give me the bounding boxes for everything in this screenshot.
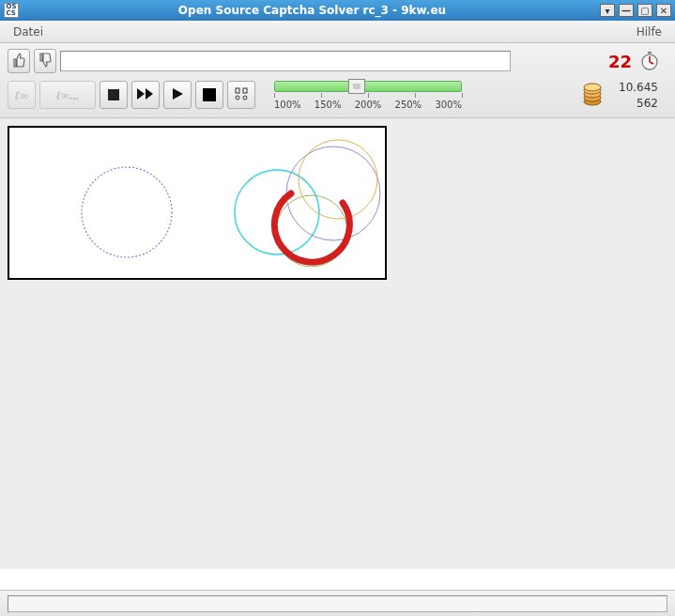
balance-value: 10.645 xyxy=(611,81,658,94)
content-area xyxy=(0,118,675,569)
zoom-slider[interactable]: 100%150%200%250%300% xyxy=(274,81,462,110)
status-text xyxy=(8,595,667,612)
menu-help[interactable]: Hilfe xyxy=(629,23,669,41)
stop-button[interactable] xyxy=(195,81,223,109)
play-button[interactable] xyxy=(163,81,192,109)
captcha-image[interactable] xyxy=(8,126,387,280)
countdown-value: 22 xyxy=(608,52,632,71)
zoom-label: 200% xyxy=(355,100,382,110)
svg-rect-3 xyxy=(648,52,652,54)
abort-button[interactable] xyxy=(100,81,128,109)
skip-all-button[interactable]: ℓ∞... xyxy=(39,81,96,109)
zoom-label: 250% xyxy=(395,100,422,110)
zoom-ticks xyxy=(274,93,462,99)
skip-all-icon: ℓ∞... xyxy=(56,89,80,101)
close-button[interactable]: ✕ xyxy=(656,4,671,17)
minimize-button[interactable]: ▾ xyxy=(600,4,615,17)
statusbar xyxy=(0,590,675,616)
maximize-button[interactable]: ▢ xyxy=(637,4,652,17)
app-icon: OSCS xyxy=(4,3,19,18)
svg-rect-5 xyxy=(243,88,247,93)
zoom-label: 300% xyxy=(435,100,462,110)
fast-forward-button[interactable] xyxy=(131,81,160,109)
zoom-labels: 100%150%200%250%300% xyxy=(274,100,462,110)
zoom-label: 150% xyxy=(314,100,342,110)
menu-file[interactable]: Datei xyxy=(6,23,51,41)
titlebar: OSCS Open Source Captcha Solver rc_3 - 9… xyxy=(0,0,675,21)
menubar: Datei Hilfe xyxy=(0,21,675,43)
skip-button[interactable]: ℓ∞ xyxy=(8,81,36,109)
svg-point-12 xyxy=(584,84,601,91)
play-icon xyxy=(171,87,184,103)
svg-point-7 xyxy=(243,96,247,100)
zoom-label: 100% xyxy=(274,100,301,110)
toolbar: 22 ℓ∞ ℓ∞... xyxy=(0,43,675,118)
restore-button[interactable]: — xyxy=(619,4,634,17)
svg-point-15 xyxy=(286,146,380,240)
window-title: Open Source Captcha Solver rc_3 - 9kw.eu xyxy=(24,4,600,17)
fast-forward-icon xyxy=(136,87,155,103)
solved-value: 562 xyxy=(611,97,658,110)
svg-point-13 xyxy=(82,167,172,257)
skip-icon: ℓ∞ xyxy=(15,89,29,101)
svg-rect-4 xyxy=(236,88,239,93)
coins-icon xyxy=(581,81,604,110)
stats-block: 10.645 562 xyxy=(581,81,667,110)
answer-input[interactable] xyxy=(60,51,511,71)
thumbs-up-button[interactable] xyxy=(8,49,30,73)
timer-icon xyxy=(639,51,660,71)
settings-icon xyxy=(234,86,249,104)
thumbs-up-icon xyxy=(12,53,25,70)
svg-point-6 xyxy=(236,96,239,100)
settings-button[interactable] xyxy=(227,81,255,109)
thumbs-down-icon xyxy=(38,53,52,70)
thumbs-down-button[interactable] xyxy=(34,49,56,73)
zoom-thumb[interactable] xyxy=(348,79,365,94)
